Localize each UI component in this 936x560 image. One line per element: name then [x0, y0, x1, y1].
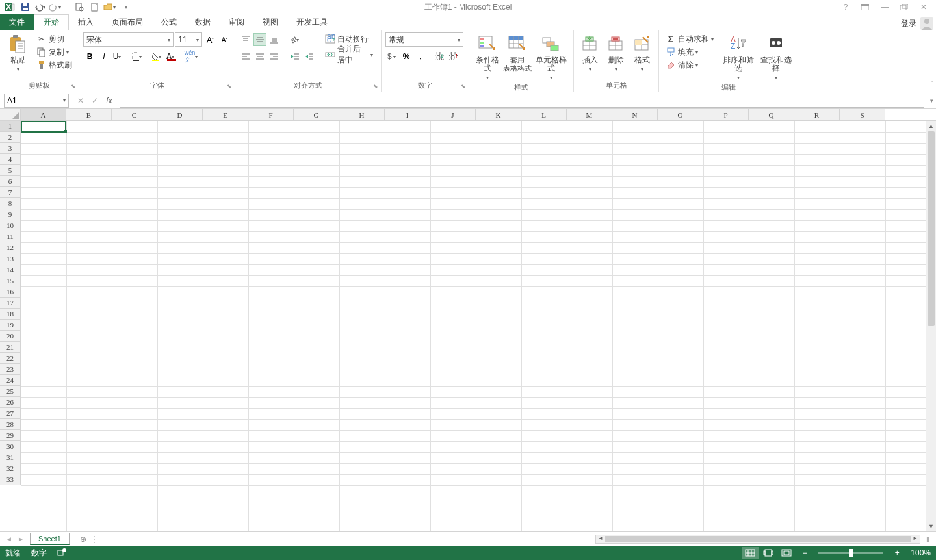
row-header[interactable]: 33: [0, 474, 21, 485]
qat-customize-icon[interactable]: ▾: [119, 1, 133, 13]
hscroll-thumb[interactable]: [605, 536, 911, 542]
zoom-in-button[interactable]: +: [889, 547, 905, 559]
format-cells-button[interactable]: 格式▾: [630, 32, 655, 73]
macro-record-icon[interactable]: [57, 548, 66, 559]
column-header[interactable]: L: [521, 109, 567, 120]
clear-button[interactable]: 清除▾: [663, 58, 719, 71]
decrease-font-button[interactable]: Aˇ: [218, 33, 231, 46]
row-header[interactable]: 9: [0, 209, 21, 220]
tab-formulas[interactable]: 公式: [152, 14, 186, 30]
minimize-icon[interactable]: —: [878, 1, 892, 13]
font-name-combo[interactable]: 宋体▾: [83, 32, 174, 47]
align-bottom-button[interactable]: [268, 33, 281, 46]
enter-formula-icon[interactable]: ✓: [88, 94, 101, 107]
help-icon[interactable]: ?: [838, 1, 853, 13]
column-header[interactable]: M: [567, 109, 612, 120]
italic-button[interactable]: I: [98, 50, 110, 63]
delete-cells-button[interactable]: 删除▾: [604, 32, 629, 73]
row-header[interactable]: 23: [0, 364, 21, 375]
name-box[interactable]: ▾: [4, 94, 69, 108]
fx-icon[interactable]: fx: [103, 94, 116, 107]
cell-styles-button[interactable]: 单元格样式▾: [533, 32, 569, 82]
name-box-input[interactable]: [7, 96, 53, 105]
row-header[interactable]: 31: [0, 452, 21, 463]
format-painter-button[interactable]: 格式刷: [34, 58, 75, 71]
row-header[interactable]: 13: [0, 253, 21, 264]
spreadsheet-grid[interactable]: ABCDEFGHIJKLMNOPQRS 12345678910111213141…: [0, 109, 936, 531]
zoom-slider[interactable]: [818, 552, 883, 554]
row-header[interactable]: 22: [0, 353, 21, 364]
row-header[interactable]: 26: [0, 397, 21, 408]
row-header[interactable]: 15: [0, 275, 21, 286]
sheet-tab-1[interactable]: Sheet1: [30, 533, 70, 545]
percent-button[interactable]: %: [400, 50, 413, 63]
sign-in-link[interactable]: 登录: [901, 18, 916, 29]
align-left-button[interactable]: [239, 50, 252, 63]
column-header[interactable]: C: [112, 109, 157, 120]
tab-data[interactable]: 数据: [186, 14, 220, 30]
decrease-indent-button[interactable]: [289, 50, 302, 63]
row-header[interactable]: 29: [0, 430, 21, 441]
row-header[interactable]: 21: [0, 342, 21, 353]
excel-icon[interactable]: X: [3, 1, 17, 13]
row-header[interactable]: 1: [0, 121, 21, 132]
scroll-down-icon[interactable]: ▼: [926, 521, 936, 531]
number-launcher-icon[interactable]: ⬊: [460, 83, 467, 90]
scroll-left-icon[interactable]: ◄: [596, 535, 605, 543]
row-header[interactable]: 17: [0, 298, 21, 309]
clipboard-launcher-icon[interactable]: ⬊: [70, 83, 77, 90]
scroll-up-icon[interactable]: ▲: [926, 121, 936, 131]
row-header[interactable]: 14: [0, 264, 21, 275]
row-header[interactable]: 6: [0, 176, 21, 187]
column-header[interactable]: A: [21, 109, 66, 120]
fill-color-button[interactable]: ▾: [151, 50, 164, 63]
tab-insert[interactable]: 插入: [69, 14, 103, 30]
column-header[interactable]: Q: [749, 109, 794, 120]
row-header[interactable]: 25: [0, 386, 21, 397]
horizontal-scrollbar[interactable]: ◄ ►: [595, 535, 920, 544]
zoom-out-button[interactable]: −: [796, 547, 813, 559]
row-header[interactable]: 2: [0, 132, 21, 143]
align-right-button[interactable]: [268, 50, 281, 63]
row-header[interactable]: 10: [0, 220, 21, 231]
new-icon[interactable]: [88, 1, 102, 13]
view-page-layout-button[interactable]: [760, 547, 777, 559]
view-normal-button[interactable]: [742, 547, 759, 559]
align-center-button[interactable]: [254, 50, 266, 63]
zoom-level[interactable]: 100%: [911, 548, 931, 557]
orientation-button[interactable]: ab▾: [289, 33, 302, 46]
border-button[interactable]: ▾: [131, 50, 144, 63]
column-header[interactable]: K: [476, 109, 521, 120]
accounting-format-button[interactable]: $▾: [385, 50, 398, 63]
row-header[interactable]: 3: [0, 143, 21, 154]
column-header[interactable]: N: [612, 109, 658, 120]
formula-input[interactable]: [123, 94, 921, 107]
column-header[interactable]: P: [703, 109, 749, 120]
row-header[interactable]: 32: [0, 463, 21, 474]
column-header[interactable]: H: [339, 109, 385, 120]
column-header[interactable]: B: [66, 109, 112, 120]
restore-icon[interactable]: [897, 1, 911, 13]
insert-cells-button[interactable]: 插入▾: [578, 32, 603, 73]
column-header[interactable]: I: [385, 109, 430, 120]
row-header[interactable]: 12: [0, 242, 21, 253]
conditional-format-button[interactable]: 条件格式▾: [473, 32, 502, 82]
tab-view[interactable]: 视图: [254, 14, 287, 30]
vertical-scrollbar[interactable]: ▲ ▼: [926, 121, 936, 531]
hscroll-split-icon[interactable]: ▮: [923, 535, 933, 542]
row-header[interactable]: 30: [0, 441, 21, 452]
row-header[interactable]: 8: [0, 198, 21, 209]
decrease-decimal-button[interactable]: .00.0: [447, 50, 460, 63]
view-page-break-button[interactable]: [778, 547, 795, 559]
active-cell[interactable]: [21, 121, 66, 133]
row-header[interactable]: 19: [0, 320, 21, 331]
paste-button[interactable]: 粘贴▾: [4, 32, 32, 73]
format-as-table-button[interactable]: 套用 表格格式: [503, 32, 532, 73]
row-header[interactable]: 24: [0, 375, 21, 386]
undo-icon[interactable]: ▾: [34, 1, 48, 13]
font-size-combo[interactable]: 11▾: [175, 32, 202, 47]
sheet-nav-next-icon[interactable]: ►: [16, 535, 26, 542]
font-color-button[interactable]: A▾: [165, 50, 178, 63]
row-header[interactable]: 5: [0, 165, 21, 176]
open-icon[interactable]: ▾: [103, 1, 118, 13]
